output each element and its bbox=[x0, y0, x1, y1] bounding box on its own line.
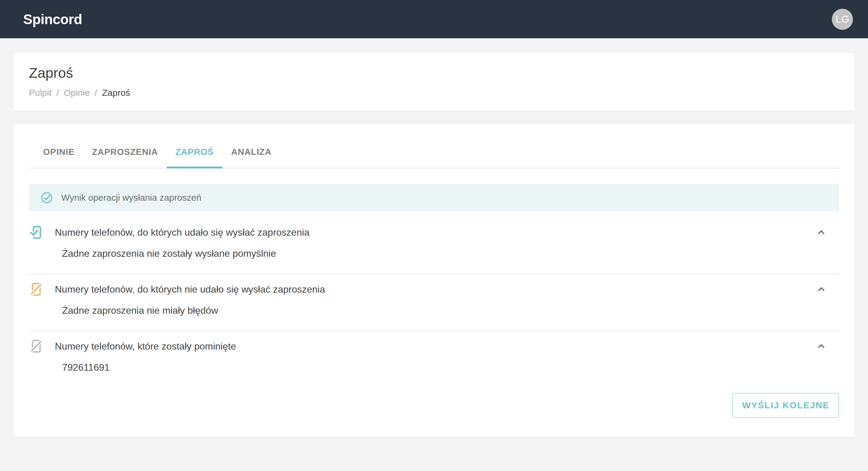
send-more-button[interactable]: WYŚLIJ KOLEJNE bbox=[733, 393, 839, 418]
section-title: Numery telefonów, do których nie udało s… bbox=[55, 284, 804, 295]
section-content: Żadne zaproszenia nie zostały wysłane po… bbox=[29, 247, 839, 274]
breadcrumb-separator: / bbox=[95, 88, 97, 98]
phone-slash-icon bbox=[29, 282, 43, 296]
section-skipped: Numery telefonów, które zostały pominięt… bbox=[29, 331, 839, 387]
user-avatar[interactable]: LG bbox=[832, 9, 853, 30]
collapse-section-button[interactable] bbox=[815, 284, 827, 295]
result-banner: Wynik operacji wysłania zaproszeń bbox=[29, 184, 839, 211]
avatar-initials: LG bbox=[835, 13, 849, 25]
top-bar: Spincord LG bbox=[0, 0, 868, 38]
breadcrumb-item-pulpit[interactable]: Pulpit bbox=[29, 88, 52, 98]
result-sections: Numery telefonów, do których udało się w… bbox=[29, 217, 839, 387]
section-skipped-header[interactable]: Numery telefonów, które zostały pominięt… bbox=[29, 331, 839, 361]
chevron-up-icon bbox=[815, 284, 827, 295]
section-sent-success: Numery telefonów, do których udało się w… bbox=[29, 217, 839, 274]
section-sent-failed-header[interactable]: Numery telefonów, do których nie udało s… bbox=[29, 274, 839, 304]
chevron-up-icon bbox=[815, 341, 827, 352]
page-header-card: Zaproś Pulpit / Opinie / Zaproś bbox=[14, 53, 854, 111]
chevron-up-icon bbox=[815, 227, 827, 238]
phone-slash-icon bbox=[29, 339, 43, 353]
main-card: OPINIE ZAPROSZENIA ZAPROŚ ANALIZA Wynik … bbox=[14, 124, 854, 437]
brand-logo: Spincord bbox=[23, 11, 82, 27]
banner-text: Wynik operacji wysłania zaproszeń bbox=[61, 193, 201, 203]
tab-zapros[interactable]: ZAPROŚ bbox=[167, 147, 222, 168]
section-title: Numery telefonów, do których udało się w… bbox=[55, 227, 804, 238]
phone-check-icon bbox=[29, 225, 43, 240]
collapse-section-button[interactable] bbox=[815, 227, 827, 238]
section-sent-failed: Numery telefonów, do których nie udało s… bbox=[29, 274, 839, 331]
page-title: Zaproś bbox=[29, 64, 839, 81]
tab-bar: OPINIE ZAPROSZENIA ZAPROŚ ANALIZA bbox=[29, 124, 839, 168]
check-circle-icon bbox=[40, 191, 53, 204]
tab-zaproszenia[interactable]: ZAPROSZENIA bbox=[83, 147, 167, 168]
footer-actions: WYŚLIJ KOLEJNE bbox=[29, 387, 839, 437]
breadcrumb-separator: / bbox=[56, 88, 59, 98]
collapse-section-button[interactable] bbox=[815, 341, 827, 352]
section-title: Numery telefonów, które zostały pominięt… bbox=[55, 341, 804, 352]
tab-analiza[interactable]: ANALIZA bbox=[222, 147, 280, 168]
breadcrumb: Pulpit / Opinie / Zaproś bbox=[29, 88, 839, 98]
tab-opinie[interactable]: OPINIE bbox=[34, 147, 83, 168]
skipped-phone-number: 792611691 bbox=[29, 361, 839, 387]
breadcrumb-item-opinie[interactable]: Opinie bbox=[64, 88, 90, 98]
breadcrumb-item-current: Zaproś bbox=[102, 88, 130, 98]
section-content: Żadne zaproszenia nie miały błędów bbox=[29, 304, 839, 331]
section-sent-success-header[interactable]: Numery telefonów, do których udało się w… bbox=[29, 217, 839, 247]
